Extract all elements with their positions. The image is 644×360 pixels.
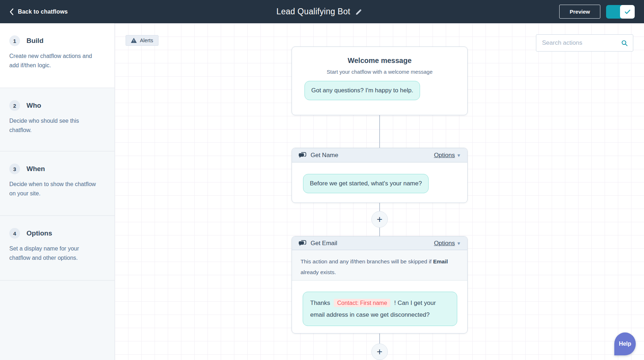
- search-icon: [621, 39, 628, 47]
- card-header: Get Email Options ▾: [292, 237, 467, 250]
- get-name-card[interactable]: Get Name Options ▾ Before we get started…: [292, 148, 468, 203]
- note-bold-property: Email: [433, 258, 448, 264]
- sidebar-item-who[interactable]: 2 Who Decide who should see this chatflo…: [0, 88, 114, 151]
- step-title: Who: [26, 102, 41, 110]
- sidebar-item-options[interactable]: 4 Options Set a display name for your ch…: [0, 215, 114, 280]
- flow-canvas: Alerts Welcome message Start your chatfl…: [115, 23, 644, 360]
- step-number-badge: 4: [9, 228, 20, 239]
- page-title: Lead Qualifying Bot: [277, 7, 350, 16]
- step-description: Decide when to show the chatflow on your…: [9, 180, 101, 198]
- card-title: Get Name: [311, 152, 338, 159]
- step-number-badge: 2: [9, 100, 20, 111]
- options-dropdown[interactable]: Options ▾: [434, 152, 460, 159]
- sidebar-item-when[interactable]: 3 When Decide when to show the chatflow …: [0, 151, 114, 215]
- card-body: Thanks Contact: First name ! Can I get y…: [292, 281, 467, 326]
- card-title: Get Email: [311, 240, 337, 247]
- step-number-badge: 3: [9, 164, 20, 174]
- toggle-knob: [620, 5, 635, 19]
- step-number-badge: 1: [9, 35, 20, 46]
- sidebar-item-build[interactable]: 1 Build Create new chatflow actions and …: [0, 23, 114, 88]
- chevron-left-icon: [9, 8, 14, 15]
- chat-bubbles-icon: [298, 152, 306, 158]
- skip-note: This action and any if/then branches wil…: [292, 250, 467, 281]
- steps-sidebar: 1 Build Create new chatflow actions and …: [0, 23, 115, 360]
- card-header: Get Name Options ▾: [292, 148, 467, 162]
- preview-button[interactable]: Preview: [559, 5, 600, 19]
- chat-bubbles-icon: [298, 240, 306, 246]
- back-label: Back to chatflows: [18, 9, 68, 15]
- pencil-icon[interactable]: [355, 8, 362, 15]
- publish-toggle[interactable]: [606, 5, 635, 19]
- add-action-button[interactable]: +: [371, 211, 388, 228]
- step-description: Create new chatflow actions and add if/t…: [9, 52, 101, 70]
- chat-bubble: Thanks Contact: First name ! Can I get y…: [303, 292, 457, 326]
- chevron-down-icon: ▾: [457, 240, 460, 247]
- warning-icon: [131, 38, 137, 43]
- top-bar: Back to chatflows Lead Qualifying Bot Pr…: [0, 0, 644, 23]
- alerts-button[interactable]: Alerts: [126, 35, 158, 46]
- check-icon: [624, 8, 631, 16]
- sidebar-filler: [0, 280, 114, 360]
- step-title: Build: [26, 37, 44, 45]
- step-title: Options: [26, 229, 52, 237]
- card-title: Welcome message: [292, 57, 467, 65]
- connector-line: [379, 115, 380, 148]
- card-body: Before we get started, what's your name?: [292, 162, 467, 193]
- chat-bubble: Got any questions? I'm happy to help.: [304, 81, 420, 100]
- get-email-card[interactable]: Get Email Options ▾ This action and any …: [292, 236, 468, 334]
- add-action-button[interactable]: +: [371, 344, 388, 360]
- topbar-actions: Preview: [559, 5, 635, 19]
- step-title: When: [26, 165, 45, 173]
- chatflow-title-group: Lead Qualifying Bot: [277, 0, 362, 23]
- step-description: Set a display name for your chatflow and…: [9, 244, 101, 263]
- search-actions-box: [536, 34, 633, 52]
- options-dropdown[interactable]: Options ▾: [434, 240, 460, 247]
- card-subtitle: Start your chatflow with a welcome messa…: [292, 69, 467, 75]
- alerts-label: Alerts: [140, 38, 153, 43]
- back-to-chatflows-button[interactable]: Back to chatflows: [9, 8, 68, 15]
- personalization-token: Contact: First name: [334, 299, 390, 307]
- step-description: Decide who should see this chatflow.: [9, 116, 101, 135]
- chevron-down-icon: ▾: [457, 152, 460, 159]
- chat-bubble: Before we get started, what's your name?: [303, 174, 429, 193]
- search-input[interactable]: [542, 39, 621, 47]
- help-button[interactable]: Help: [614, 332, 636, 355]
- welcome-message-card[interactable]: Welcome message Start your chatflow with…: [292, 47, 468, 115]
